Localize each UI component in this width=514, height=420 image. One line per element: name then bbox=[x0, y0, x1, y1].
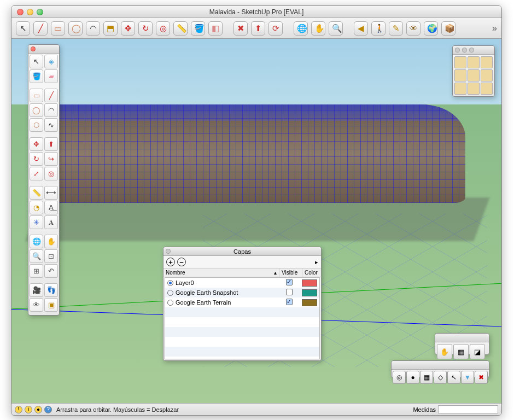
3dtext-button[interactable]: 𝐀 bbox=[44, 215, 58, 229]
style-5-button[interactable] bbox=[468, 69, 480, 81]
move-button[interactable]: ✥ bbox=[30, 137, 43, 151]
make-component[interactable]: ✖ bbox=[233, 21, 248, 36]
export-tool[interactable]: 📦 bbox=[441, 21, 455, 36]
eraser-button[interactable]: ▰ bbox=[44, 69, 58, 83]
col-visible[interactable]: Visible bbox=[279, 269, 302, 277]
zoom-button[interactable]: 🔍 bbox=[30, 249, 43, 263]
status-icon-2[interactable]: i bbox=[25, 406, 32, 413]
offset-tool[interactable]: ◎ bbox=[156, 21, 170, 36]
texture-button[interactable]: ▦ bbox=[453, 344, 469, 359]
rotate-button[interactable]: ↻ bbox=[30, 152, 43, 166]
nav-button[interactable]: ◇ bbox=[434, 371, 447, 384]
scale-tool[interactable]: ⬆ bbox=[251, 21, 265, 36]
sort-icon[interactable]: ▴ bbox=[274, 270, 277, 276]
layer-row[interactable]: Google Earth Terrain bbox=[165, 298, 319, 307]
styles-min-icon[interactable] bbox=[462, 48, 467, 52]
layer-color-swatch[interactable] bbox=[302, 299, 317, 306]
globe-button[interactable]: ● bbox=[406, 371, 419, 384]
layer-radio[interactable] bbox=[167, 280, 173, 286]
dimension-button[interactable]: ⟷ bbox=[44, 186, 58, 200]
offset-button[interactable]: ◎ bbox=[44, 167, 58, 180]
cursor-button[interactable]: ↖ bbox=[447, 371, 460, 384]
building-model[interactable] bbox=[39, 104, 465, 203]
layer-color-swatch[interactable] bbox=[302, 289, 317, 296]
layer-row[interactable]: Google Earth Snapshot bbox=[165, 288, 319, 298]
layers-column-headers[interactable]: Nombre▴ Visible Color bbox=[163, 269, 321, 277]
styles-palette[interactable] bbox=[452, 45, 495, 97]
style-2-button[interactable] bbox=[468, 56, 480, 68]
prev-button[interactable]: ↶ bbox=[44, 264, 58, 278]
palette-close-icon[interactable] bbox=[31, 46, 36, 51]
layer-visible-checkbox[interactable] bbox=[286, 299, 293, 305]
zoom-window-button[interactable] bbox=[37, 9, 43, 15]
close-window-button[interactable] bbox=[17, 9, 24, 15]
grid-button[interactable]: ▦ bbox=[420, 371, 433, 384]
camera-prev[interactable]: ◀ bbox=[354, 21, 368, 36]
minimize-window-button[interactable] bbox=[27, 9, 33, 15]
select-button[interactable]: ↖ bbox=[30, 55, 43, 68]
pan-button[interactable]: ✋ bbox=[44, 235, 58, 248]
sandbox-header[interactable] bbox=[435, 334, 489, 342]
refresh-tool[interactable]: ⟳ bbox=[268, 21, 283, 36]
nav-palette[interactable]: ◎●▦◇↖▼✖ bbox=[391, 360, 489, 378]
earth-tool[interactable]: 🌍 bbox=[424, 21, 438, 36]
layer-color-swatch[interactable] bbox=[302, 279, 317, 287]
arc-tool[interactable]: ◠ bbox=[86, 21, 100, 36]
walk-button[interactable]: 👣 bbox=[44, 283, 58, 297]
walk-tool[interactable]: 🚶 bbox=[371, 21, 385, 36]
style-3-button[interactable] bbox=[481, 56, 493, 68]
style-4-button[interactable] bbox=[454, 69, 466, 81]
remove-layer-button[interactable]: − bbox=[177, 258, 186, 266]
text-button[interactable]: A͟ bbox=[44, 201, 58, 214]
line-button[interactable]: ╱ bbox=[44, 89, 58, 102]
zoom-tool[interactable]: 🔍 bbox=[329, 21, 343, 36]
target-button[interactable]: ◎ bbox=[393, 371, 406, 384]
zoomwin-button[interactable]: ⊡ bbox=[44, 249, 58, 263]
followme-button[interactable]: ↪ bbox=[44, 152, 58, 166]
circle-tool[interactable]: ◯ bbox=[68, 21, 83, 36]
style-9-button[interactable] bbox=[481, 83, 493, 95]
titlebar[interactable]: Malavida - SketchUp Pro [EVAL] bbox=[11, 6, 501, 18]
layers-header[interactable]: Capas bbox=[163, 247, 321, 256]
rectangle-tool[interactable]: ▭ bbox=[51, 21, 65, 36]
help-icon[interactable]: ? bbox=[44, 406, 52, 413]
look-tool[interactable]: 👁 bbox=[406, 21, 420, 36]
line-tool[interactable]: ╱ bbox=[33, 21, 48, 36]
styles-close-icon[interactable] bbox=[455, 48, 460, 52]
paint-button[interactable]: 🪣 bbox=[30, 69, 43, 83]
cut-button[interactable]: ▼ bbox=[461, 371, 474, 384]
component-button[interactable]: ◈ bbox=[44, 55, 58, 68]
position-button[interactable]: 🎥 bbox=[30, 283, 43, 297]
pan-tool[interactable]: ✋ bbox=[311, 21, 325, 36]
orbit-tool[interactable]: 🌐 bbox=[294, 21, 308, 36]
section-tool[interactable]: ✎ bbox=[389, 21, 403, 36]
polygon-button[interactable]: ⬡ bbox=[30, 118, 43, 132]
layers-panel[interactable]: Capas + − ▸ Nombre▴ Visible Color Layer0… bbox=[163, 247, 322, 361]
toolbar-overflow-icon[interactable]: » bbox=[492, 24, 497, 33]
close-button[interactable]: ✖ bbox=[475, 371, 488, 384]
layer-visible-checkbox[interactable] bbox=[286, 289, 293, 295]
layer-row[interactable]: Layer0 bbox=[165, 278, 319, 288]
style-7-button[interactable] bbox=[454, 83, 466, 95]
col-name[interactable]: Nombre bbox=[166, 270, 185, 276]
col-color[interactable]: Color bbox=[302, 269, 321, 277]
axes-button[interactable]: ✳ bbox=[30, 215, 43, 229]
paint-tool[interactable]: 🪣 bbox=[191, 21, 205, 36]
protractor-button[interactable]: ◔ bbox=[30, 201, 43, 214]
freehand-button[interactable]: ∿ bbox=[44, 118, 58, 132]
layer-radio[interactable] bbox=[167, 300, 173, 306]
eraser-tool[interactable]: ◧ bbox=[208, 21, 223, 36]
zoomext-button[interactable]: ⊞ bbox=[30, 264, 43, 278]
arc-button[interactable]: ◠ bbox=[44, 103, 58, 117]
style-6-button[interactable] bbox=[481, 69, 493, 81]
nav-header[interactable] bbox=[392, 361, 489, 370]
pushpull-button[interactable]: ⬆ bbox=[44, 137, 58, 151]
styles-zoom-icon[interactable] bbox=[469, 48, 474, 52]
styles-header[interactable] bbox=[453, 46, 494, 55]
scale-button[interactable]: ⤢ bbox=[30, 167, 43, 180]
select-tool[interactable]: ↖ bbox=[16, 21, 30, 36]
move-tool[interactable]: ✥ bbox=[121, 21, 135, 36]
tool-palette[interactable]: ↖◈🪣▰▭╱◯◠⬡∿✥⬆↻↪⤢◎📏⟷◔A͟✳𝐀🌐✋🔍⊡⊞↶🎥👣👁▣ bbox=[28, 44, 60, 316]
tape-tool[interactable]: 📏 bbox=[173, 21, 188, 36]
tape-button[interactable]: 📏 bbox=[30, 186, 43, 200]
